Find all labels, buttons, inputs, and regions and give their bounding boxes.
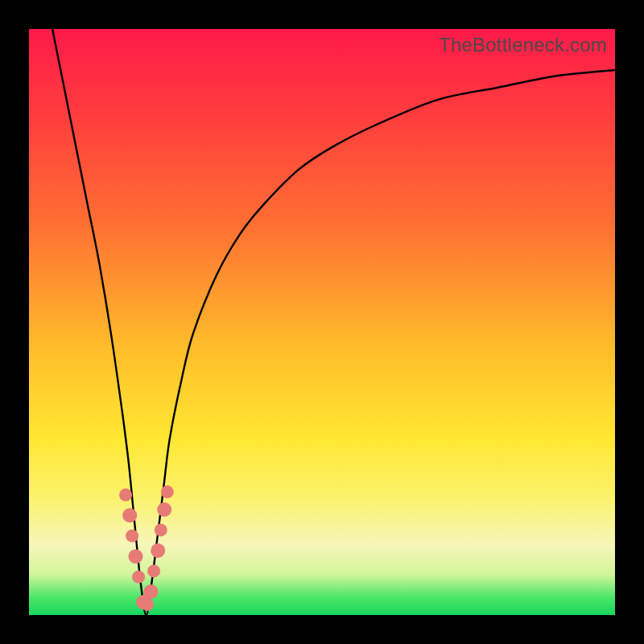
marker-point: [141, 598, 154, 611]
marker-point: [119, 489, 132, 502]
marker-point: [122, 508, 137, 522]
marker-point: [147, 564, 160, 577]
marker-point: [155, 523, 167, 536]
bottleneck-curve: [52, 29, 615, 615]
marker-point: [129, 549, 143, 564]
marker-point: [151, 543, 165, 558]
marker-point: [161, 485, 174, 498]
curve-layer: [29, 29, 615, 615]
marker-point: [132, 571, 145, 584]
plot-area: TheBottleneck.com: [29, 29, 615, 615]
marker-point: [143, 584, 158, 599]
marker-point: [126, 530, 138, 543]
chart-frame: TheBottleneck.com: [0, 0, 644, 644]
curve-markers: [119, 485, 174, 611]
marker-point: [157, 502, 171, 517]
